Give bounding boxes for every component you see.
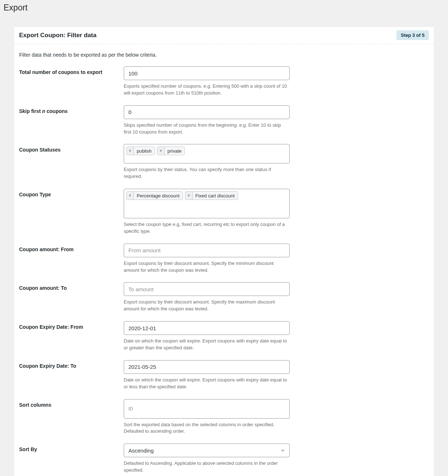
row-sort-columns: Sort columns ID Sort the exported data b… <box>19 395 429 440</box>
label-sort-by: Sort By <box>19 444 124 452</box>
row-total-coupons: Total number of coupons to export Export… <box>19 62 429 101</box>
tag-label: private <box>164 147 184 155</box>
step-badge: Step 3 of 5 <box>396 30 429 40</box>
label-expiry-from: Coupon Expiry Date: From <box>19 321 124 330</box>
tag-label: Fixed cart discount <box>193 192 238 200</box>
export-panel: Export Coupon: Filter data Step 3 of 5 F… <box>14 26 434 476</box>
label-sort-columns: Sort columns <box>19 399 124 408</box>
total-coupons-input[interactable] <box>124 66 290 80</box>
remove-tag-icon[interactable]: × <box>127 192 134 200</box>
row-coupon-type: Coupon Type × Percentage discount × Fixe… <box>19 184 429 239</box>
page-title: Export <box>0 3 448 16</box>
row-sort-by: Sort By Ascending Defaulted to Ascending… <box>19 439 429 476</box>
type-tag: × Fixed cart discount <box>185 191 238 200</box>
help-coupon-type: Select the coupon type e.g, fixed cart, … <box>124 221 290 235</box>
row-amount-from: Coupon amount: From Export coupons by th… <box>19 239 429 278</box>
amount-to-input[interactable] <box>124 282 290 296</box>
help-sort-by: Defaulted to Ascending. Applicable to ab… <box>124 460 290 474</box>
remove-tag-icon[interactable]: × <box>127 147 134 155</box>
help-coupon-statuses: Export coupons by their status. You can … <box>124 166 290 180</box>
label-skip-coupons: Skip first n coupons <box>19 105 124 114</box>
type-tag: × Percentage discount <box>126 191 183 200</box>
label-total-coupons: Total number of coupons to export <box>19 66 124 75</box>
amount-from-input[interactable] <box>124 244 290 257</box>
sort-by-select[interactable]: Ascending <box>124 444 290 457</box>
help-amount-to: Export coupons by their discount amount.… <box>124 299 290 313</box>
expiry-to-input[interactable] <box>124 360 290 374</box>
coupon-type-input[interactable]: × Percentage discount × Fixed cart disco… <box>124 189 290 218</box>
help-expiry-from: Date on which the coupon will expire. Ex… <box>124 338 290 351</box>
panel-intro: Filter data that needs to be exported as… <box>14 44 434 62</box>
row-skip-coupons: Skip first n coupons Skips specified num… <box>19 101 429 140</box>
help-total-coupons: Exports specified number of coupons. e.g… <box>124 83 290 97</box>
row-amount-to: Coupon amount: To Export coupons by thei… <box>19 278 429 317</box>
label-amount-from: Coupon amount: From <box>19 244 124 252</box>
row-expiry-from: Coupon Expiry Date: From Date on which t… <box>19 317 429 356</box>
label-coupon-type: Coupon Type <box>19 189 124 197</box>
tag-label: publish <box>134 147 154 155</box>
help-skip-coupons: Skips specified number of coupons from t… <box>124 122 290 136</box>
remove-tag-icon[interactable]: × <box>185 192 193 200</box>
label-coupon-statuses: Coupon Statuses <box>19 144 124 153</box>
row-coupon-statuses: Coupon Statuses × publish × private Expo… <box>19 140 429 184</box>
status-tag: × publish <box>126 147 155 155</box>
skip-coupons-input[interactable] <box>124 105 290 119</box>
label-expiry-to: Coupon Expiry Date: To <box>19 360 124 369</box>
help-sort-columns: Sort the exported data based on the sele… <box>124 422 290 435</box>
label-amount-to: Coupon amount: To <box>19 282 124 291</box>
sort-columns-placeholder: ID <box>126 405 135 413</box>
status-tag: × private <box>157 147 185 155</box>
remove-tag-icon[interactable]: × <box>157 147 164 155</box>
sort-columns-input[interactable]: ID <box>124 399 290 419</box>
help-expiry-to: Date on which the coupon will expire. Ex… <box>124 377 290 390</box>
panel-title: Export Coupon: Filter data <box>19 32 96 39</box>
row-expiry-to: Coupon Expiry Date: To Date on which the… <box>19 356 429 395</box>
coupon-statuses-input[interactable]: × publish × private <box>124 144 290 163</box>
expiry-from-input[interactable] <box>124 321 290 335</box>
help-amount-from: Export coupons by their discount amount.… <box>124 260 290 274</box>
tag-label: Percentage discount <box>134 192 183 200</box>
panel-header: Export Coupon: Filter data Step 3 of 5 <box>14 27 434 44</box>
